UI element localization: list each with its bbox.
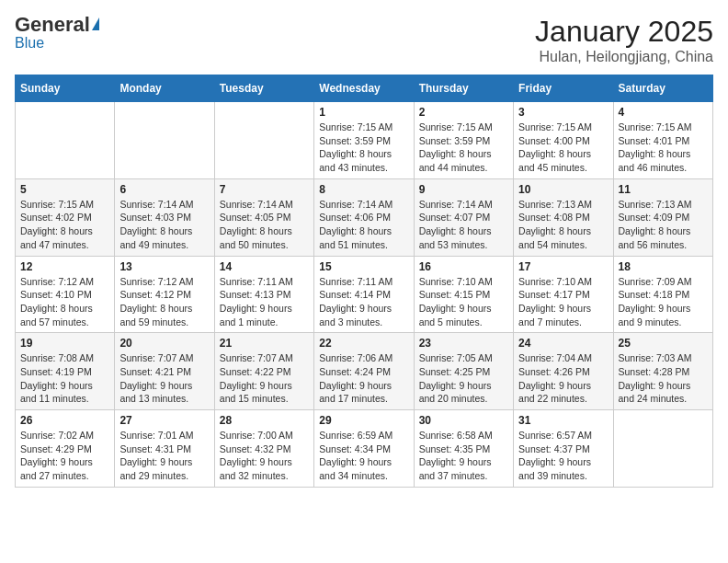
day-info: Sunrise: 7:02 AM Sunset: 4:29 PM Dayligh… <box>20 429 109 483</box>
calendar-subtitle: Hulan, Heilongjiang, China <box>535 49 713 65</box>
day-info: Sunrise: 7:01 AM Sunset: 4:31 PM Dayligh… <box>119 429 209 483</box>
calendar-cell: 16Sunrise: 7:10 AM Sunset: 4:15 PM Dayli… <box>414 256 513 333</box>
day-info: Sunrise: 7:15 AM Sunset: 4:02 PM Dayligh… <box>20 198 109 252</box>
day-number: 31 <box>518 414 608 427</box>
day-number: 12 <box>20 260 109 273</box>
day-number: 14 <box>220 260 309 273</box>
calendar-week-1: 1Sunrise: 7:15 AM Sunset: 3:59 PM Daylig… <box>16 102 713 179</box>
calendar-cell: 20Sunrise: 7:07 AM Sunset: 4:21 PM Dayli… <box>115 333 214 410</box>
calendar-table: SundayMondayTuesdayWednesdayThursdayFrid… <box>15 75 713 488</box>
day-number: 8 <box>319 183 408 196</box>
day-number: 30 <box>419 414 508 427</box>
day-info: Sunrise: 7:11 AM Sunset: 4:13 PM Dayligh… <box>220 275 309 329</box>
calendar-cell: 22Sunrise: 7:06 AM Sunset: 4:24 PM Dayli… <box>314 333 414 410</box>
calendar-cell: 28Sunrise: 7:00 AM Sunset: 4:32 PM Dayli… <box>214 410 313 488</box>
calendar-cell: 5Sunrise: 7:15 AM Sunset: 4:02 PM Daylig… <box>16 178 115 256</box>
day-info: Sunrise: 6:58 AM Sunset: 4:35 PM Dayligh… <box>419 429 508 483</box>
calendar-cell: 18Sunrise: 7:09 AM Sunset: 4:18 PM Dayli… <box>613 256 712 333</box>
day-info: Sunrise: 7:15 AM Sunset: 3:59 PM Dayligh… <box>419 121 508 175</box>
day-info: Sunrise: 7:15 AM Sunset: 3:59 PM Dayligh… <box>319 121 408 175</box>
weekday-header-sunday: Sunday <box>16 75 115 102</box>
calendar-week-3: 12Sunrise: 7:12 AM Sunset: 4:10 PM Dayli… <box>16 256 713 333</box>
logo-triangle-icon <box>92 17 99 30</box>
day-info: Sunrise: 7:14 AM Sunset: 4:03 PM Dayligh… <box>119 198 209 252</box>
calendar-cell: 30Sunrise: 6:58 AM Sunset: 4:35 PM Dayli… <box>414 410 513 488</box>
calendar-cell: 26Sunrise: 7:02 AM Sunset: 4:29 PM Dayli… <box>16 410 115 488</box>
day-info: Sunrise: 7:13 AM Sunset: 4:08 PM Dayligh… <box>518 198 608 252</box>
day-info: Sunrise: 7:09 AM Sunset: 4:18 PM Dayligh… <box>619 275 708 329</box>
calendar-cell: 11Sunrise: 7:13 AM Sunset: 4:09 PM Dayli… <box>613 178 712 256</box>
day-info: Sunrise: 7:12 AM Sunset: 4:10 PM Dayligh… <box>20 275 109 329</box>
day-number: 16 <box>419 260 508 273</box>
calendar-cell: 7Sunrise: 7:14 AM Sunset: 4:05 PM Daylig… <box>214 178 313 256</box>
calendar-cell <box>613 410 712 488</box>
day-info: Sunrise: 7:15 AM Sunset: 4:01 PM Dayligh… <box>619 121 708 175</box>
day-number: 23 <box>419 337 508 350</box>
day-number: 28 <box>220 414 309 427</box>
day-number: 25 <box>619 337 708 350</box>
calendar-cell: 10Sunrise: 7:13 AM Sunset: 4:08 PM Dayli… <box>514 178 613 256</box>
day-info: Sunrise: 7:07 AM Sunset: 4:21 PM Dayligh… <box>119 351 209 406</box>
day-info: Sunrise: 7:06 AM Sunset: 4:24 PM Dayligh… <box>319 351 408 406</box>
logo-general-text: General <box>15 15 90 35</box>
calendar-cell: 8Sunrise: 7:14 AM Sunset: 4:06 PM Daylig… <box>314 178 414 256</box>
day-number: 6 <box>119 183 209 196</box>
calendar-cell <box>115 102 214 179</box>
calendar-cell <box>214 102 313 179</box>
calendar-week-5: 26Sunrise: 7:02 AM Sunset: 4:29 PM Dayli… <box>16 410 713 488</box>
day-info: Sunrise: 7:14 AM Sunset: 4:07 PM Dayligh… <box>419 198 508 252</box>
day-info: Sunrise: 7:00 AM Sunset: 4:32 PM Dayligh… <box>220 429 309 483</box>
calendar-cell: 24Sunrise: 7:04 AM Sunset: 4:26 PM Dayli… <box>514 333 613 410</box>
calendar-cell: 2Sunrise: 7:15 AM Sunset: 3:59 PM Daylig… <box>414 102 513 179</box>
weekday-header-monday: Monday <box>115 75 214 102</box>
day-info: Sunrise: 7:10 AM Sunset: 4:17 PM Dayligh… <box>518 275 608 329</box>
day-info: Sunrise: 7:05 AM Sunset: 4:25 PM Dayligh… <box>419 351 508 406</box>
calendar-cell: 3Sunrise: 7:15 AM Sunset: 4:00 PM Daylig… <box>514 102 613 179</box>
day-number: 19 <box>20 337 109 350</box>
calendar-week-4: 19Sunrise: 7:08 AM Sunset: 4:19 PM Dayli… <box>16 333 713 410</box>
day-number: 15 <box>319 260 408 273</box>
day-info: Sunrise: 7:04 AM Sunset: 4:26 PM Dayligh… <box>518 351 608 406</box>
day-number: 20 <box>119 337 209 350</box>
calendar-header: SundayMondayTuesdayWednesdayThursdayFrid… <box>16 75 713 102</box>
calendar-cell: 6Sunrise: 7:14 AM Sunset: 4:03 PM Daylig… <box>115 178 214 256</box>
calendar-cell: 29Sunrise: 6:59 AM Sunset: 4:34 PM Dayli… <box>314 410 414 488</box>
day-info: Sunrise: 7:13 AM Sunset: 4:09 PM Dayligh… <box>619 198 708 252</box>
day-number: 2 <box>419 106 508 119</box>
calendar-title: January 2025 <box>535 15 713 49</box>
day-number: 27 <box>119 414 209 427</box>
title-block: January 2025 Hulan, Heilongjiang, China <box>535 15 713 65</box>
weekday-header-tuesday: Tuesday <box>214 75 313 102</box>
day-number: 22 <box>319 337 408 350</box>
day-number: 5 <box>20 183 109 196</box>
logo-blue-text: Blue <box>15 35 44 52</box>
day-number: 24 <box>518 337 608 350</box>
calendar-cell: 25Sunrise: 7:03 AM Sunset: 4:28 PM Dayli… <box>613 333 712 410</box>
calendar-cell: 31Sunrise: 6:57 AM Sunset: 4:37 PM Dayli… <box>514 410 613 488</box>
calendar-cell: 9Sunrise: 7:14 AM Sunset: 4:07 PM Daylig… <box>414 178 513 256</box>
weekday-header-saturday: Saturday <box>613 75 712 102</box>
weekday-header-thursday: Thursday <box>414 75 513 102</box>
day-number: 13 <box>119 260 209 273</box>
day-info: Sunrise: 7:11 AM Sunset: 4:14 PM Dayligh… <box>319 275 408 329</box>
day-info: Sunrise: 7:14 AM Sunset: 4:05 PM Dayligh… <box>220 198 309 252</box>
day-number: 17 <box>518 260 608 273</box>
weekday-header-wednesday: Wednesday <box>314 75 414 102</box>
day-info: Sunrise: 7:12 AM Sunset: 4:12 PM Dayligh… <box>119 275 209 329</box>
day-info: Sunrise: 7:10 AM Sunset: 4:15 PM Dayligh… <box>419 275 508 329</box>
day-info: Sunrise: 6:59 AM Sunset: 4:34 PM Dayligh… <box>319 429 408 483</box>
day-info: Sunrise: 6:57 AM Sunset: 4:37 PM Dayligh… <box>518 429 608 483</box>
day-number: 1 <box>319 106 408 119</box>
calendar-cell: 21Sunrise: 7:07 AM Sunset: 4:22 PM Dayli… <box>214 333 313 410</box>
calendar-cell: 12Sunrise: 7:12 AM Sunset: 4:10 PM Dayli… <box>16 256 115 333</box>
day-number: 21 <box>220 337 309 350</box>
day-info: Sunrise: 7:15 AM Sunset: 4:00 PM Dayligh… <box>518 121 608 175</box>
calendar-cell: 14Sunrise: 7:11 AM Sunset: 4:13 PM Dayli… <box>214 256 313 333</box>
logo: General Blue <box>15 15 99 52</box>
day-number: 11 <box>619 183 708 196</box>
day-info: Sunrise: 7:07 AM Sunset: 4:22 PM Dayligh… <box>220 351 309 406</box>
calendar-cell: 15Sunrise: 7:11 AM Sunset: 4:14 PM Dayli… <box>314 256 414 333</box>
calendar-cell: 17Sunrise: 7:10 AM Sunset: 4:17 PM Dayli… <box>514 256 613 333</box>
day-info: Sunrise: 7:08 AM Sunset: 4:19 PM Dayligh… <box>20 351 109 406</box>
day-number: 29 <box>319 414 408 427</box>
